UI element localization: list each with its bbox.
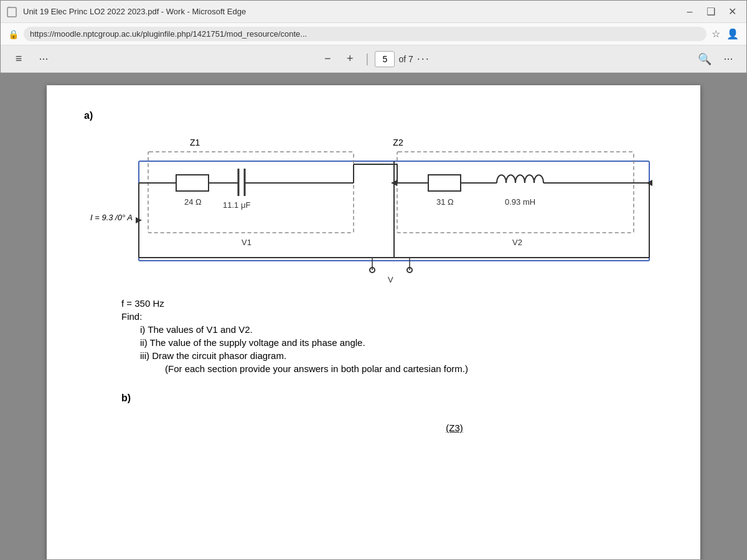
resistor2-value: 31 Ω [436,197,454,207]
task-note: (For each section provide your answers i… [165,363,663,374]
page-number-input[interactable] [375,51,395,67]
v1-label: V1 [242,238,251,247]
find-label: Find: [121,311,663,322]
zoom-out-button[interactable]: − [318,50,337,68]
svg-rect-4 [397,152,634,233]
current-label: I = 9.3 /0° A [90,213,133,222]
title-bar: Unit 19 Elec Princ LO2 2022 2023.pdf - W… [1,1,746,23]
z3-label: (Z3) [446,422,463,433]
resistor1-value: 24 Ω [184,197,202,207]
section-a-label: a) [84,110,93,121]
frequency-line: f = 350 Hz [121,298,663,309]
toolbar-options-button[interactable]: ··· [417,52,430,65]
pdf-toolbar: ≡ ··· − + | of 7 ··· 🔍 ··· [1,45,746,73]
z1-label: Z1 [190,138,200,147]
capacitor-value: 11.1 μF [223,200,250,210]
v-terminal-label: V [388,275,393,284]
problem-text: f = 350 Hz Find: i) The values of V1 and… [121,298,663,374]
svg-rect-7 [176,175,209,191]
svg-rect-20 [428,175,461,191]
close-button[interactable]: ✕ [724,4,740,20]
task-list: i) The values of V1 and V2. ii) The valu… [140,324,663,374]
task-ii: ii) The value of the supply voltage and … [140,337,663,348]
inductor-value: 0.93 mH [505,197,535,207]
zoom-in-button[interactable]: + [341,50,359,68]
v2-label: V2 [512,238,522,247]
task-i: i) The values of V1 and V2. [140,324,663,335]
favorites-icon[interactable]: ☆ [712,28,720,40]
task-iii: iii) Draw the circuit phasor diagram. [140,350,663,361]
svg-rect-0 [7,7,16,17]
browser-action-icons: ☆ 👤 [712,28,739,40]
toolbar-right: 🔍 ··· [695,50,738,68]
maximize-button[interactable]: ❑ [703,4,719,20]
toolbar-more-button[interactable]: ··· [34,50,53,68]
search-button[interactable]: 🔍 [695,50,714,68]
window-controls: – ❑ ✕ [682,4,740,20]
svg-rect-3 [148,152,354,233]
toolbar-center: − + | of 7 ··· [59,50,689,68]
more-options-button[interactable]: ··· [719,50,738,68]
browser-window: Unit 19 Elec Princ LO2 2022 2023.pdf - W… [0,0,747,560]
window-title: Unit 19 Elec Princ LO2 2022 2023.pdf - W… [23,7,682,16]
profile-icon[interactable]: 👤 [726,28,739,40]
address-bar: 🔒 https://moodle.nptcgroup.ac.uk/pluginf… [1,23,746,45]
security-icon: 🔒 [8,29,19,39]
minimize-button[interactable]: – [682,4,698,20]
sidebar-toggle-button[interactable]: ≡ [9,50,28,68]
pdf-page: a) Z1 Z2 I = 9.3 /0° A [47,85,700,559]
z2-label: Z2 [393,138,403,147]
section-b: b) (Z3) [121,393,663,434]
separator: | [365,52,369,66]
toolbar-left: ≡ ··· [9,50,53,68]
url-field[interactable]: https://moodle.nptcgroup.ac.uk/pluginfil… [24,27,707,41]
pdf-content-area: a) Z1 Z2 I = 9.3 /0° A [1,73,746,559]
circuit-diagram: 24 Ω 11.1 μF [136,149,652,286]
page-count: of 7 [398,54,413,64]
section-b-label: b) [121,393,131,403]
app-icon [7,6,18,17]
